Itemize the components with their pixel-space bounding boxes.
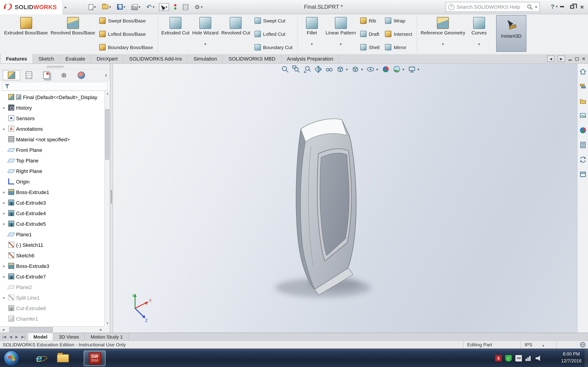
tab-features[interactable]: Features <box>0 54 33 63</box>
previous-view-icon[interactable] <box>303 65 311 73</box>
expand-arrow-icon[interactable]: ▸ <box>2 200 6 205</box>
dropdown-icon[interactable]: ▼ <box>345 68 348 71</box>
first-tab-icon[interactable]: |◀ <box>2 335 6 339</box>
tree-item-chamfer1[interactable]: Chamfer1 <box>0 313 104 324</box>
tab-simulation[interactable]: Simulation <box>188 54 223 63</box>
expand-arrow-icon[interactable]: ▸ <box>2 295 6 300</box>
revolved-cut-button[interactable]: Revolved Cut <box>220 15 251 48</box>
dropdown-icon[interactable]: ▼ <box>360 68 363 71</box>
dynamic-annotation-views-icon[interactable] <box>325 65 333 73</box>
prev-tab-icon[interactable]: ◀ <box>9 335 12 339</box>
tree-item-material[interactable]: Material <not specified> <box>0 134 104 144</box>
undo-button[interactable]: ↶▾ <box>145 3 156 11</box>
apply-scene-icon[interactable]: ▼ <box>393 65 405 73</box>
rib-button[interactable]: Rib <box>359 17 380 24</box>
panel-grip[interactable] <box>0 64 110 70</box>
view-palette-icon[interactable] <box>579 111 587 121</box>
mirror-button[interactable]: Mirror <box>384 44 413 51</box>
tab-evaluate[interactable]: Evaluate <box>60 54 91 63</box>
section-view-icon[interactable] <box>314 65 322 73</box>
dropdown-icon[interactable]: ▼ <box>417 68 420 71</box>
extruded-boss-base-button[interactable]: Extruded Boss/Base <box>3 15 49 48</box>
new-document-button[interactable]: ▾ <box>87 3 97 11</box>
taskbar-solidworks[interactable]: SW2016 <box>84 350 106 366</box>
tab-analysis-preparation[interactable]: Analysis Preparation <box>281 54 339 63</box>
tree-item-sketch6[interactable]: Sketch6 <box>0 250 104 261</box>
extruded-cut-button[interactable]: Extruded Cut <box>160 15 191 48</box>
tab-solidworks-mbd[interactable]: SOLIDWORKS MBD <box>223 54 281 63</box>
dropdown-icon[interactable]: ▼ <box>376 68 379 71</box>
tray-volume-icon[interactable] <box>536 355 542 361</box>
scroll-up-icon[interactable]: ▲ <box>105 91 110 96</box>
boundary-boss-base-button[interactable]: Boundary Boss/Base <box>98 44 154 51</box>
tab-display-manager[interactable] <box>73 70 90 80</box>
open-button[interactable]: ▾ <box>100 4 112 10</box>
tree-item-split-line1[interactable]: ▸ Split Line1 <box>0 292 104 303</box>
panel-expand-chevron-icon[interactable]: › <box>105 72 107 78</box>
unit-dropdown-icon[interactable]: ▴ <box>543 344 544 347</box>
tree-item-boss-extrude1[interactable]: ▸ Boss-Extrude1 <box>0 187 104 197</box>
tab-dimxpert-manager[interactable]: ⊕ <box>55 70 73 80</box>
shell-button[interactable]: Shell <box>359 44 380 51</box>
linear-pattern-button[interactable]: Linear Pattern▾ <box>324 15 357 48</box>
start-button[interactable] <box>4 350 19 366</box>
tab-dimxpert[interactable]: DimXpert <box>91 54 124 63</box>
status-globe-icon[interactable] <box>580 342 586 349</box>
instant3d-button[interactable]: Instant3D <box>496 15 527 52</box>
tab-featuremanager-design-tree[interactable] <box>3 70 20 80</box>
expand-arrow-icon[interactable]: ▸ <box>2 105 6 110</box>
linear-pattern-dropdown-icon[interactable]: ▾ <box>340 42 342 47</box>
search-dropdown-icon[interactable]: ▾ <box>535 5 537 9</box>
close-button[interactable]: × <box>578 3 586 10</box>
tree-item-origin[interactable]: Origin <box>0 176 104 187</box>
view-orientation-icon[interactable]: ▼ <box>336 65 348 73</box>
lofted-cut-button[interactable]: Lofted Cut <box>253 30 293 38</box>
show-desktop-button[interactable] <box>584 349 588 367</box>
tree-vertical-scrollbar[interactable]: ▲ ▼ <box>104 91 110 326</box>
zoom-to-fit-icon[interactable] <box>281 65 289 73</box>
next-document-icon[interactable]: ▶ <box>558 56 565 62</box>
panel-splitter[interactable] <box>110 64 113 333</box>
tree-item-plane1[interactable]: Plane1 <box>0 229 104 240</box>
lofted-boss-base-button[interactable]: Lofted Boss/Base <box>98 30 154 38</box>
draft-button[interactable]: Draft <box>359 30 380 38</box>
tree-item-cut-extrude5[interactable]: ▸ Cut-Extrude5 <box>0 218 104 229</box>
help-search-box[interactable]: ? ▾ <box>446 2 540 12</box>
restore-button[interactable] <box>568 3 576 10</box>
design-library-icon[interactable] <box>579 82 587 91</box>
hole-wizard-button[interactable]: Hole Wizard▾ <box>191 15 220 48</box>
graphics-viewport[interactable]: ▼ ▼ ▼ ▼ ▼ <box>113 64 588 333</box>
reference-geometry-button[interactable]: Reference Geometry▾ <box>419 15 467 48</box>
wrap-button[interactable]: Wrap <box>384 17 413 24</box>
previous-document-icon[interactable]: ◀ <box>547 56 554 62</box>
expand-arrow-icon[interactable]: ▸ <box>2 274 6 279</box>
save-button[interactable]: ▾ <box>115 3 127 10</box>
fillet-dropdown-icon[interactable]: ▾ <box>311 42 313 47</box>
tree-root-item[interactable]: Final (Default<<Default>_Display <box>0 92 104 102</box>
curves-dropdown-icon[interactable]: ▾ <box>478 42 480 47</box>
expand-arrow-icon[interactable]: ▸ <box>2 211 6 215</box>
tree-item-sketch11[interactable]: (-) Sketch11 <box>0 240 104 250</box>
tab-model[interactable]: Model <box>27 333 53 340</box>
tray-security-shield-icon[interactable]: ✓ <box>505 355 512 361</box>
dropdown-icon[interactable]: ▼ <box>402 68 405 71</box>
search-icon[interactable] <box>527 4 533 10</box>
tab-motion-study-1[interactable]: Motion Study 1 <box>85 333 129 340</box>
tab-solidworks-add-ins[interactable]: SOLIDWORKS Add-Ins <box>124 54 188 63</box>
edit-appearance-icon[interactable] <box>381 65 390 73</box>
fillet-button[interactable]: Fillet▾ <box>300 15 324 48</box>
tree-item-clipped[interactable] <box>0 324 104 326</box>
doc-minimize-icon[interactable] <box>568 60 572 60</box>
expand-arrow-icon[interactable]: ▸ <box>2 190 6 194</box>
tree-item-cut-extrude8[interactable]: Cut-Extrude8 <box>0 303 104 313</box>
view-settings-icon[interactable]: ▼ <box>408 65 420 73</box>
tree-horizontal-scrollbar[interactable]: ◀ ▶ <box>0 326 104 333</box>
display-style-icon[interactable]: ▼ <box>351 65 363 73</box>
taskbar-clock[interactable]: 8:00 PM 12/7/2016 <box>561 351 582 364</box>
search-input[interactable] <box>457 4 525 10</box>
appearances-icon[interactable] <box>579 126 587 135</box>
tab-3d-views[interactable]: 3D Views <box>53 333 85 340</box>
scrollbar-thumb[interactable] <box>105 109 109 160</box>
boundary-cut-button[interactable]: Boundary Cut <box>253 44 293 51</box>
tray-network-icon[interactable] <box>526 355 532 361</box>
